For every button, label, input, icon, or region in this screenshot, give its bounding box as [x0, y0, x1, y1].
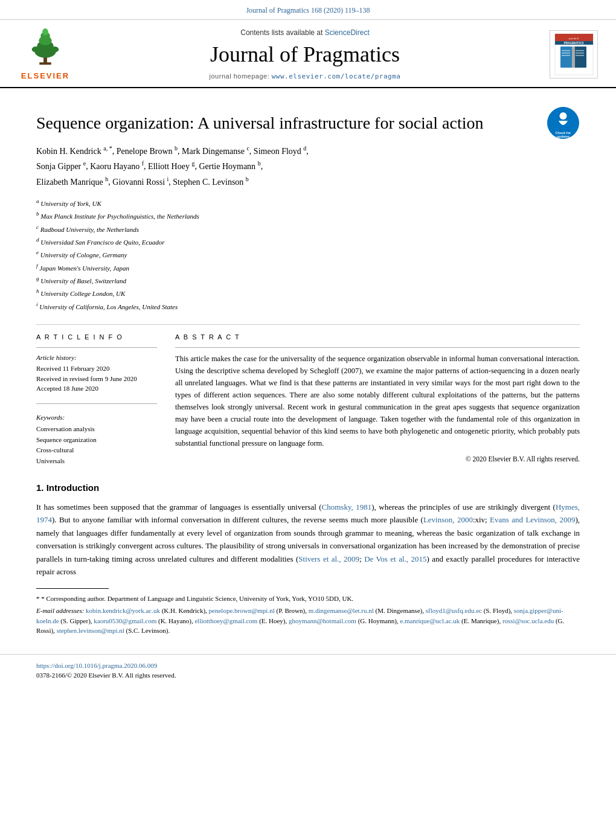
article-info-divider: [36, 347, 157, 348]
levinson-ref[interactable]: Levinson, 2000: [423, 515, 473, 524]
contents-available-text: Contents lists available at ScienceDirec…: [79, 27, 531, 38]
email-brown[interactable]: penelope.brown@mpi.nl: [209, 607, 275, 614]
check-for-updates-badge: Check for updates: [547, 106, 580, 139]
pragmatics-logo-icon: journal of PRAGMATICS: [554, 33, 594, 75]
received-date: Received 11 February 2020: [36, 364, 157, 374]
email-hoey[interactable]: elliotthoey@gmail.com: [194, 617, 257, 624]
keywords-divider: [36, 403, 157, 404]
journal-header: ELSEVIER Contents lists available at Sci…: [0, 20, 616, 88]
svg-rect-14: [572, 46, 575, 68]
article-info-abstract: A R T I C L E I N F O Article history: R…: [36, 332, 580, 466]
introduction-paragraph-1: It has sometimes been supposed that the …: [36, 501, 580, 579]
svg-text:PRAGMATICS: PRAGMATICS: [563, 41, 584, 45]
abstract-column: A B S T R A C T This article makes the c…: [175, 332, 580, 466]
svg-rect-17: [562, 55, 570, 56]
abstract-label: A B S T R A C T: [175, 332, 580, 342]
affiliation-c: c Radboud University, the Netherlands: [36, 223, 580, 235]
affiliation-d: d Universidad San Francisco de Quito, Ec…: [36, 236, 580, 248]
svg-point-8: [51, 46, 59, 53]
keyword-4: Universals: [36, 456, 157, 467]
footer-doi-link[interactable]: https://doi.org/10.1016/j.pragma.2020.06…: [36, 662, 157, 669]
journal-logo-box: journal of PRAGMATICS: [550, 30, 598, 79]
keyword-2: Sequence organization: [36, 435, 157, 446]
page-footer: https://doi.org/10.1016/j.pragma.2020.06…: [0, 654, 616, 687]
stivers-ref[interactable]: Stivers et al., 2009: [298, 554, 359, 563]
elsevier-wordmark: ELSEVIER: [21, 70, 69, 82]
email-hayano[interactable]: kaoru0530@gmail.com: [94, 617, 156, 624]
email-manrique[interactable]: e.manrique@ucl.ac.uk: [400, 617, 460, 624]
affiliation-f: f Japan Women's University, Japan: [36, 261, 580, 274]
footer-issn: 0378-2166/© 2020 Elsevier B.V. All right…: [36, 672, 176, 679]
svg-rect-12: [560, 46, 573, 68]
article-title: Sequence organization: A universal infra…: [36, 112, 507, 133]
page-container: Journal of Pragmatics 168 (2020) 119–138: [0, 0, 616, 687]
elsevier-logo-area: ELSEVIER: [12, 27, 79, 82]
copyright-line: © 2020 Elsevier B.V. All rights reserved…: [175, 454, 580, 464]
abstract-top-divider: [175, 347, 580, 348]
svg-point-24: [560, 112, 567, 120]
corresponding-author-note: * * Corresponding author. Department of …: [36, 594, 580, 604]
footnote-divider: [36, 588, 109, 589]
email-dingemanse[interactable]: m.dingemanse@let.ru.nl: [309, 607, 374, 614]
article-content: Check for updates Sequence organization:…: [0, 88, 616, 648]
article-info-column: A R T I C L E I N F O Article history: R…: [36, 332, 157, 466]
authors-line: Kobin H. Kendrick a, *, Penelope Brown b…: [36, 143, 580, 190]
svg-text:updates: updates: [557, 135, 569, 138]
introduction-section-title: 1. Introduction: [36, 481, 580, 495]
journal-name-area: Contents lists available at ScienceDirec…: [79, 27, 531, 82]
svg-rect-18: [576, 50, 584, 51]
header-divider: [36, 324, 580, 325]
affiliation-h: h University College London, UK: [36, 287, 580, 299]
elsevier-logo: ELSEVIER: [21, 27, 69, 82]
affiliation-e: e University of Cologne, Germany: [36, 248, 580, 260]
affiliations-list: a University of York, UK b Max Planck In…: [36, 197, 580, 312]
svg-point-6: [42, 28, 48, 36]
keywords-label: Keywords:: [36, 412, 157, 423]
doi-bar: Journal of Pragmatics 168 (2020) 119–138: [0, 0, 616, 20]
svg-rect-13: [574, 46, 586, 68]
email-rossi[interactable]: rossi@soc.ucla.edu: [502, 617, 554, 624]
svg-rect-15: [562, 50, 570, 51]
keyword-3: Cross-cultural: [36, 445, 157, 456]
chomsky-ref[interactable]: Chomsky, 1981: [322, 502, 372, 511]
doi-link[interactable]: Journal of Pragmatics 168 (2020) 119–138: [246, 6, 370, 14]
affiliation-a: a University of York, UK: [36, 197, 580, 209]
devos-ref[interactable]: De Vos et al., 2015: [364, 554, 426, 563]
accepted-date: Accepted 18 June 2020: [36, 383, 157, 394]
keyword-1: Conversation analysis: [36, 424, 157, 435]
journal-title: Journal of Pragmatics: [79, 42, 531, 68]
evans-levinson-ref[interactable]: Evans and Levinson, 2009: [490, 515, 575, 524]
sciencedirect-link[interactable]: ScienceDirect: [325, 28, 370, 37]
journal-logo-area: journal of PRAGMATICS: [531, 30, 598, 79]
email-levinson[interactable]: stephen.levinson@mpi.nl: [57, 627, 124, 634]
email-floyd[interactable]: sfloyd1@usfq.edu.ec: [426, 607, 482, 614]
journal-homepage-link[interactable]: www.elsevier.com/locate/pragma: [272, 72, 401, 80]
email-hoymann[interactable]: ghoymann@hotmail.com: [289, 617, 356, 624]
journal-homepage: journal homepage: www.elsevier.com/locat…: [79, 71, 531, 82]
email-footnote: E-mail addresses: kobin.kendrick@york.ac…: [36, 606, 580, 636]
article-history-label: Article history:: [36, 353, 157, 363]
article-info-label: A R T I C L E I N F O: [36, 332, 157, 342]
affiliation-g: g University of Basel, Switzerland: [36, 274, 580, 286]
svg-text:journal of: journal of: [568, 37, 579, 40]
svg-rect-16: [562, 53, 570, 54]
elsevier-tree-icon: [27, 27, 63, 68]
affiliation-b: b Max Planck Institute for Psycholinguis…: [36, 210, 580, 222]
svg-rect-20: [576, 55, 584, 56]
affiliation-i: i University of California, Los Angeles,…: [36, 300, 580, 312]
received-revised-date: Received in revised form 9 June 2020: [36, 374, 157, 384]
svg-point-7: [32, 46, 40, 53]
email-kendrick[interactable]: kobin.kendrick@york.ac.uk: [86, 607, 160, 614]
abstract-text: This article makes the case for the univ…: [175, 353, 580, 449]
svg-rect-19: [576, 53, 584, 54]
